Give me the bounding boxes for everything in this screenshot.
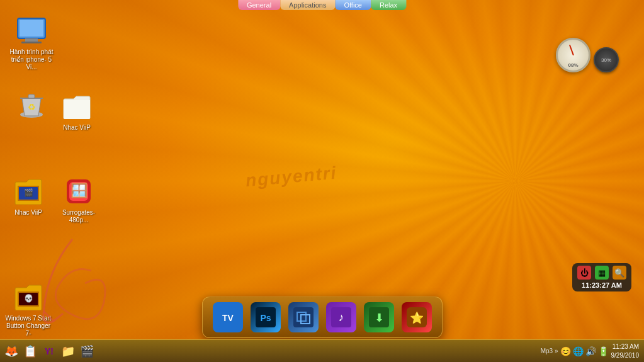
folder-nhac-icon <box>62 91 92 122</box>
top-tab-bar: General Applications Office Relax <box>238 0 406 10</box>
clock-widget: ⏻ ▦ 🔍 11:23:27 AM <box>572 263 631 291</box>
computer-icon-label: Hành trình phát triển iphone- 5 Vi... <box>6 48 57 71</box>
taskbar-icon-notepad[interactable]: 📋 <box>21 342 39 360</box>
svg-rect-5 <box>28 94 35 98</box>
folder-nhac-label: Nhac ViiP <box>63 124 91 132</box>
clock-widget-time: 11:23:27 AM <box>582 281 622 289</box>
expendables-label: Windows 7 Start Button Changer 7- <box>3 315 54 337</box>
svg-text:💀: 💀 <box>24 293 33 303</box>
dock-icon-photoshop[interactable]: Ps <box>251 302 281 332</box>
svg-text:⬇: ⬇ <box>374 312 383 324</box>
arrow-drawing <box>35 233 161 334</box>
tray-mp3[interactable]: Mp3 » <box>541 348 558 354</box>
desktop-icon-computer[interactable]: Hành trình phát triển iphone- 5 Vi... <box>6 16 57 71</box>
svg-rect-1 <box>20 20 43 37</box>
win7changer-icon: 🪟 <box>64 176 94 206</box>
gauge-right-small: 30% <box>594 47 619 72</box>
svg-text:🪟: 🪟 <box>71 182 88 199</box>
tray-icon-network[interactable]: 🌐 <box>573 346 584 356</box>
svg-text:⭐: ⭐ <box>410 311 424 325</box>
recycle-bin-icon: ♻ <box>16 88 47 118</box>
desktop: General Applications Office Relax nguyen… <box>0 0 644 362</box>
system-clock[interactable]: 11:23 AM 9/29/2010 <box>611 342 640 360</box>
surrogates-label: Nhac ViiP <box>14 209 42 217</box>
start-area: 🦊 📋 Y! 📁 🎬 <box>3 342 96 360</box>
tab-office[interactable]: Office <box>335 0 371 10</box>
dock-icon-teamviewer[interactable]: TV <box>213 302 243 332</box>
dock-icon-virtualbox[interactable] <box>288 302 319 332</box>
taskbar: 🦊 📋 Y! 📁 🎬 Mp3 » 😊 🌐 🔊 🔋 <box>0 339 644 362</box>
svg-text:Ps: Ps <box>260 313 271 323</box>
tab-applications[interactable]: Applications <box>280 0 335 10</box>
dock-icon-getright[interactable]: ⬇ <box>364 302 394 332</box>
gauge-left-label: 08% <box>568 62 578 68</box>
desktop-icon-folder-nhac[interactable]: Nhac ViiP <box>52 91 102 132</box>
watermark-text: nguyentri <box>245 163 338 191</box>
taskbar-icon-yahoo[interactable]: Y! <box>40 342 58 360</box>
desktop-icon-recycle[interactable]: ♻ <box>6 88 57 121</box>
tray-icon-battery[interactable]: 🔋 <box>598 346 609 356</box>
desktop-icon-win7changer[interactable]: 🪟 Surrogates-480p... <box>54 176 104 224</box>
gauge-widget: 08% 30% <box>556 38 631 88</box>
desktop-icon-surrogates[interactable]: 🎬 Nhac ViiP <box>3 176 54 217</box>
cw-icon-green[interactable]: ▦ <box>595 266 609 280</box>
svg-text:TV: TV <box>222 313 234 323</box>
svg-text:♻: ♻ <box>28 102 36 112</box>
tray-icons: Mp3 » 😊 🌐 🔊 🔋 <box>541 346 609 356</box>
svg-rect-3 <box>21 42 42 43</box>
system-tray: Mp3 » 😊 🌐 🔊 🔋 11:23 AM 9/29/2010 <box>541 342 641 360</box>
computer-icon <box>16 16 47 46</box>
svg-rect-2 <box>25 38 38 42</box>
cw-icon-orange[interactable]: 🔍 <box>613 266 626 280</box>
svg-text:♪: ♪ <box>338 311 344 324</box>
surrogates-icon: 🎬 <box>13 176 43 206</box>
svg-text:🎬: 🎬 <box>24 188 33 197</box>
taskbar-icon-folder[interactable]: 📁 <box>59 342 77 360</box>
tray-icon-smiley[interactable]: 😊 <box>560 346 571 356</box>
taskbar-icon-media[interactable]: 🎬 <box>78 342 96 360</box>
expendables-icon: 💀 <box>13 282 43 312</box>
cw-icon-red[interactable]: ⏻ <box>577 266 591 280</box>
clock-widget-icons: ⏻ ▦ 🔍 <box>577 266 626 280</box>
taskbar-icon-firefox[interactable]: 🦊 <box>3 342 20 360</box>
tab-general[interactable]: General <box>238 0 280 10</box>
svg-rect-20 <box>293 307 314 327</box>
win7changer-label: Surrogates-480p... <box>54 209 104 224</box>
dock: TV Ps ♪ <box>202 297 443 338</box>
dock-icon-winamp[interactable]: ♪ <box>326 302 356 332</box>
desktop-icon-expendables[interactable]: 💀 Windows 7 Start Button Changer 7- <box>3 282 54 337</box>
tab-relax[interactable]: Relax <box>371 0 406 10</box>
tray-icon-volume[interactable]: 🔊 <box>585 346 596 356</box>
gauge-left: 08% <box>556 38 590 72</box>
dock-icon-game[interactable]: ⭐ <box>402 302 432 332</box>
